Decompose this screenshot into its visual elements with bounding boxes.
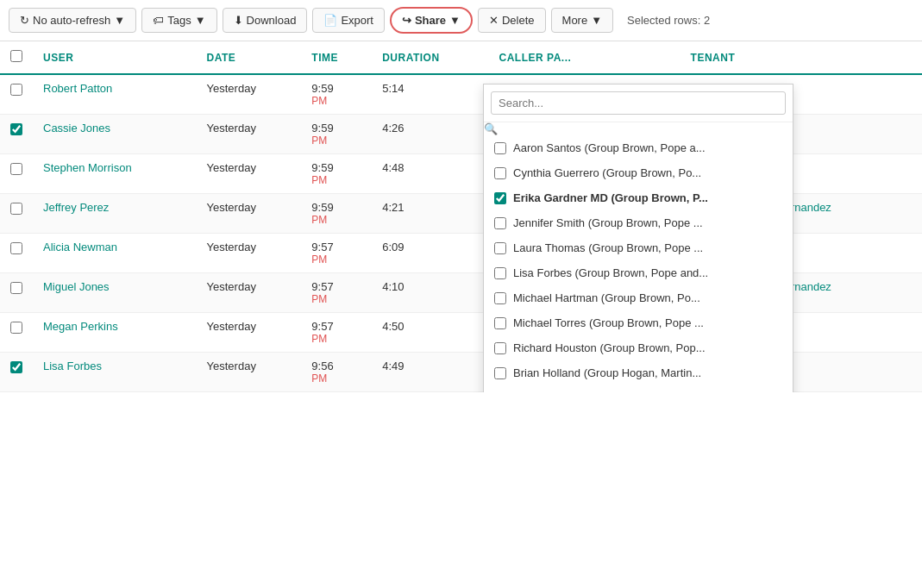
- duration-cell: 4:21: [372, 194, 488, 234]
- caller-column-header: CALLER PA...: [489, 41, 681, 74]
- time-cell: 9:59 PM: [301, 154, 372, 194]
- dropdown-item[interactable]: Jennifer Smith (Group Brown, Pope ...: [484, 210, 793, 235]
- dropdown-item-checkbox[interactable]: [494, 142, 506, 154]
- row-checkbox[interactable]: [10, 123, 22, 135]
- row-checkbox-cell[interactable]: [0, 115, 33, 154]
- row-checkbox[interactable]: [10, 242, 22, 254]
- table-header-row: USER DATE TIME DURATION CALLER PA... TEN…: [0, 41, 922, 74]
- duration-cell: 5:14: [372, 74, 488, 115]
- download-icon: ⬇: [234, 14, 243, 27]
- dropdown-item-checkbox[interactable]: [494, 192, 506, 204]
- user-cell: Jeffrey Perez: [33, 194, 197, 234]
- date-cell: Yesterday: [197, 353, 302, 392]
- dropdown-item[interactable]: Michael Hartman (Group Brown, Po...: [484, 285, 793, 310]
- row-checkbox-cell[interactable]: [0, 154, 33, 194]
- time-cell: 9:56 PM: [301, 353, 372, 392]
- row-checkbox[interactable]: [10, 203, 22, 215]
- dropdown-arrow-icon: ▼: [591, 14, 602, 27]
- row-checkbox[interactable]: [10, 163, 22, 175]
- dropdown-item[interactable]: Laura Thomas (Group Brown, Pope ...: [484, 235, 793, 260]
- date-cell: Yesterday: [197, 313, 302, 353]
- tags-button[interactable]: 🏷 Tags ▼: [141, 8, 216, 33]
- dropdown-item-checkbox[interactable]: [494, 267, 506, 279]
- select-all-header[interactable]: [0, 41, 33, 74]
- table-container: USER DATE TIME DURATION CALLER PA... TEN…: [0, 41, 922, 392]
- dropdown-item[interactable]: Erika Gardner MD (Group Brown, P...: [484, 185, 793, 210]
- dropdown-arrow-icon: ▼: [449, 14, 461, 27]
- refresh-icon: ↻: [20, 14, 29, 27]
- dropdown-item[interactable]: Aaron Santos (Group Brown, Pope a...: [484, 135, 793, 160]
- dropdown-search-area: [484, 84, 793, 122]
- duration-cell: 4:50: [372, 313, 488, 353]
- user-column-header: USER: [33, 41, 197, 74]
- select-all-checkbox[interactable]: [10, 50, 22, 62]
- dropdown-item-checkbox[interactable]: [494, 292, 506, 304]
- row-checkbox[interactable]: [10, 282, 22, 294]
- date-column-header: DATE: [197, 41, 302, 74]
- dropdown-arrow-icon: ▼: [195, 14, 206, 27]
- dropdown-item[interactable]: Brian Holland (Group Hogan, Martin...: [484, 360, 793, 385]
- row-checkbox[interactable]: [10, 361, 22, 373]
- share-button[interactable]: ↪ Share ▼: [390, 7, 473, 34]
- duration-cell: 4:49: [372, 353, 488, 392]
- time-cell: 9:59 PM: [301, 194, 372, 234]
- duration-column-header: DURATION: [372, 41, 488, 74]
- dropdown-item-label: Michael Hartman (Group Brown, Po...: [513, 291, 700, 304]
- row-checkbox-cell[interactable]: [0, 313, 33, 353]
- row-checkbox-cell[interactable]: [0, 353, 33, 392]
- dropdown-search-input[interactable]: [491, 91, 786, 115]
- dropdown-item-checkbox[interactable]: [494, 217, 506, 229]
- row-checkbox[interactable]: [10, 322, 22, 334]
- dropdown-list: Aaron Santos (Group Brown, Pope a... Cyn…: [484, 135, 793, 392]
- date-cell: Yesterday: [197, 115, 302, 154]
- dropdown-item-label: Brian Holland (Group Hogan, Martin...: [513, 366, 701, 379]
- dropdown-item-checkbox[interactable]: [494, 367, 506, 379]
- dropdown-item[interactable]: Michael Torres (Group Brown, Pope ...: [484, 310, 793, 335]
- dropdown-arrow-icon: ▼: [114, 14, 125, 27]
- date-cell: Yesterday: [197, 234, 302, 273]
- duration-cell: 4:10: [372, 273, 488, 313]
- dropdown-item[interactable]: Cynthia Guerrero (Group Brown, Po...: [484, 160, 793, 185]
- dropdown-item-checkbox[interactable]: [494, 342, 506, 354]
- dropdown-item-checkbox[interactable]: [494, 242, 506, 254]
- export-icon: 📄: [323, 14, 337, 27]
- download-button[interactable]: ⬇ Download: [223, 8, 308, 33]
- user-cell: Cassie Jones: [33, 115, 197, 154]
- date-cell: Yesterday: [197, 74, 302, 115]
- dropdown-item[interactable]: Cassie Jones (Group Hogan, Martin a...: [484, 385, 793, 392]
- more-button[interactable]: More ▼: [551, 8, 614, 33]
- dropdown-item-label: Richard Houston (Group Brown, Pop...: [513, 341, 706, 354]
- export-button[interactable]: 📄 Export: [312, 8, 385, 33]
- dropdown-item-checkbox[interactable]: [494, 317, 506, 329]
- user-cell: Alicia Newman: [33, 234, 197, 273]
- toolbar: ↻ No auto-refresh ▼ 🏷 Tags ▼ ⬇ Download …: [0, 0, 922, 41]
- dropdown-item-label: Lisa Forbes (Group Brown, Pope and...: [513, 266, 708, 279]
- duration-cell: 6:09: [372, 234, 488, 273]
- time-cell: 9:57 PM: [301, 313, 372, 353]
- row-checkbox-cell[interactable]: [0, 74, 33, 115]
- no-auto-refresh-button[interactable]: ↻ No auto-refresh ▼: [9, 8, 136, 33]
- share-dropdown: 🔍 Aaron Santos (Group Brown, Pope a... C…: [483, 84, 793, 392]
- dropdown-item-checkbox[interactable]: [494, 392, 506, 393]
- dropdown-item-label: Michael Torres (Group Brown, Pope ...: [513, 316, 704, 329]
- dropdown-item-label: Jennifer Smith (Group Brown, Pope ...: [513, 216, 703, 229]
- dropdown-item-label: Cassie Jones (Group Hogan, Martin a...: [513, 391, 711, 392]
- time-cell: 9:57 PM: [301, 273, 372, 313]
- duration-cell: 4:48: [372, 154, 488, 194]
- date-cell: Yesterday: [197, 194, 302, 234]
- time-column-header: TIME: [301, 41, 372, 74]
- dropdown-item-checkbox[interactable]: [494, 167, 506, 179]
- row-checkbox-cell[interactable]: [0, 273, 33, 313]
- row-checkbox-cell[interactable]: [0, 194, 33, 234]
- dropdown-item-label: Aaron Santos (Group Brown, Pope a...: [513, 141, 706, 154]
- user-cell: Miguel Jones: [33, 273, 197, 313]
- user-cell: Robert Patton: [33, 74, 197, 115]
- user-cell: Stephen Morrison: [33, 154, 197, 194]
- time-cell: 9:59 PM: [301, 74, 372, 115]
- dropdown-item[interactable]: Lisa Forbes (Group Brown, Pope and...: [484, 260, 793, 285]
- delete-button[interactable]: ✕ Delete: [478, 8, 546, 33]
- dropdown-item[interactable]: Richard Houston (Group Brown, Pop...: [484, 335, 793, 360]
- close-icon: ✕: [489, 14, 499, 27]
- row-checkbox-cell[interactable]: [0, 234, 33, 273]
- row-checkbox[interactable]: [10, 84, 22, 96]
